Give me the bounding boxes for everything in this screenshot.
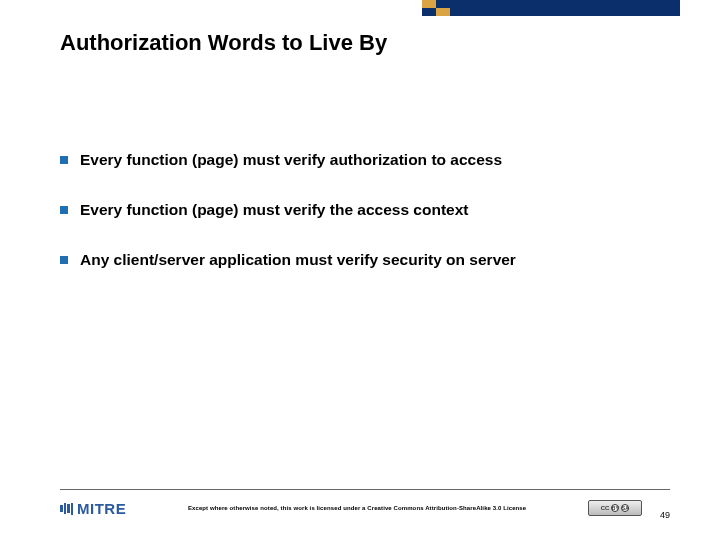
page-number: 49 [660,510,670,520]
bullet-item: Every function (page) must verify author… [60,150,660,170]
accent-sq [422,0,436,8]
bullet-item: Any client/server application must verif… [60,250,660,270]
mitre-logo-bars-icon [60,502,73,515]
accent-top-bars [422,0,680,16]
bullet-icon [60,256,68,264]
license-text: Except where otherwise noted, this work … [126,505,588,511]
footer-divider [60,489,670,490]
bullet-text: Any client/server application must verif… [80,250,516,270]
bullet-icon [60,206,68,214]
slide-body: Every function (page) must verify author… [60,150,660,300]
slide: Authorization Words to Live By Every fun… [0,0,720,540]
slide-title: Authorization Words to Live By [60,30,387,56]
footer: MITRE Except where otherwise noted, this… [60,494,670,522]
accent-sq [436,8,450,16]
bullet-text: Every function (page) must verify the ac… [80,200,468,220]
accent-squares [422,0,450,16]
cc-badge-icon: CC BY SA [588,500,642,516]
mitre-logo: MITRE [60,500,126,517]
bullet-item: Every function (page) must verify the ac… [60,200,660,220]
accent-sq [422,8,436,16]
bullet-text: Every function (page) must verify author… [80,150,502,170]
bullet-icon [60,156,68,164]
mitre-logo-text: MITRE [77,500,126,517]
accent-sq [436,0,450,8]
accent-navy-block [450,0,680,16]
